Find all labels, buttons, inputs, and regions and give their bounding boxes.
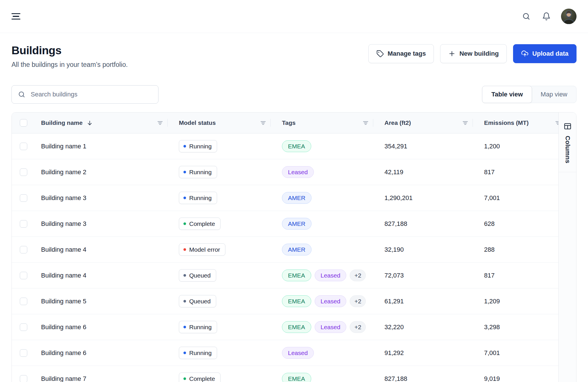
status-badge: Complete [179,373,220,382]
status-label: Running [189,195,212,201]
table-row[interactable]: Building name 2 Running Leased 42,119 81… [12,159,576,185]
table-row[interactable]: Building name 7 Complete EMEA 827,188 9,… [12,366,576,382]
table-row[interactable]: Building name 5 Queued EMEALeased+2 61,2… [12,288,576,314]
sort-desc-icon[interactable] [86,120,93,126]
row-select-cell [12,323,41,331]
header-building-name[interactable]: Building name [41,113,167,133]
building-name-cell: Building name 5 [41,298,167,305]
avatar[interactable] [561,9,577,24]
area-cell: 42,119 [373,168,473,176]
area-cell: 1,290,201 [373,194,473,202]
filter-icon[interactable] [260,120,266,126]
filter-icon[interactable] [157,120,163,126]
row-checkbox[interactable] [20,194,27,202]
tag-pill: AMER [282,218,312,230]
row-select-cell [12,143,41,150]
building-name-cell: Building name 1 [41,143,167,150]
header-model-status[interactable]: Model status [167,113,270,133]
row-select-cell [12,349,41,357]
row-checkbox[interactable] [20,323,27,331]
search-input-icon [18,91,26,98]
header-tags[interactable]: Tags [270,113,373,133]
row-checkbox[interactable] [20,246,27,253]
manage-tags-button[interactable]: Manage tags [368,44,434,63]
area-cell: 827,188 [373,220,473,228]
row-checkbox[interactable] [20,272,27,279]
new-building-button[interactable]: New building [440,44,507,63]
table-row[interactable]: Building name 4 Queued EMEALeased+2 72,0… [12,263,576,288]
columns-panel-label: Columns [564,136,571,163]
row-select-cell [12,220,41,228]
table-row[interactable]: Building name 3 Running AMER 1,290,201 7… [12,185,576,211]
status-label: Complete [189,375,215,382]
header-area[interactable]: Area (ft2) [373,113,473,133]
bell-icon[interactable] [542,12,551,21]
status-cell: Running [167,140,270,152]
tag-pill: Leased [282,166,314,178]
manage-tags-label: Manage tags [388,50,426,57]
area-cell: 72,073 [373,272,473,279]
area-cell: 354,291 [373,143,473,150]
row-checkbox[interactable] [20,298,27,305]
new-building-label: New building [459,50,499,57]
row-checkbox[interactable] [20,375,27,382]
tag-pill: Leased [315,321,347,333]
status-badge: Model error [179,243,225,256]
select-all-checkbox[interactable] [20,119,27,127]
tag-pill: +2 [350,295,366,307]
upload-data-label: Upload data [532,50,568,57]
tag-pill: EMEA [282,140,311,152]
area-cell: 61,291 [373,298,473,305]
status-badge: Running [179,192,217,204]
status-label: Running [189,143,212,150]
status-badge: Queued [179,295,216,307]
column-label: Tags [282,119,295,126]
tag-pill: Leased [282,347,314,359]
row-checkbox[interactable] [20,349,27,357]
menu-icon[interactable] [11,13,20,20]
column-label: Area (ft2) [384,119,411,126]
tab-table-view[interactable]: Table view [482,86,532,103]
view-toggle: Table view Map view [482,86,577,103]
status-badge: Running [179,166,217,178]
status-cell: Complete [167,218,270,230]
table-row[interactable]: Building name 6 Running Leased 91,292 7,… [12,340,576,366]
upload-data-button[interactable]: Upload data [513,44,577,63]
tag-pill: EMEA [282,269,311,281]
search-box [11,85,158,104]
status-dot-icon [183,326,186,328]
tab-map-view[interactable]: Map view [532,86,576,103]
status-cell: Running [167,347,270,359]
tags-cell: AMER [270,192,373,204]
building-name-cell: Building name 3 [41,194,167,202]
building-name-cell: Building name 6 [41,323,167,331]
status-badge: Complete [179,218,220,230]
status-dot-icon [183,300,186,303]
table-row[interactable]: Building name 6 Running EMEALeased+2 32,… [12,314,576,340]
status-label: Complete [189,220,215,227]
status-badge: Running [179,321,217,333]
columns-panel-toggle[interactable]: Columns [559,113,576,172]
status-label: Running [189,324,212,331]
search-icon[interactable] [522,12,531,21]
table-row[interactable]: Building name 4 Model error AMER 32,190 … [12,237,576,263]
tag-pill: EMEA [282,295,311,307]
area-cell: 32,190 [373,246,473,253]
status-label: Running [189,350,212,356]
tag-icon [376,50,384,57]
tag-pill: AMER [282,244,312,255]
search-input[interactable] [11,85,158,104]
row-checkbox[interactable] [20,220,27,228]
table-row[interactable]: Building name 3 Complete AMER 827,188 62… [12,211,576,237]
area-cell: 827,188 [373,375,473,382]
column-label: Building name [41,119,83,126]
row-select-cell [12,168,41,176]
tag-pill: +2 [350,269,366,281]
area-cell: 91,292 [373,349,473,357]
row-checkbox[interactable] [20,143,27,150]
building-name-cell: Building name 6 [41,349,167,357]
filter-icon[interactable] [362,120,369,126]
row-checkbox[interactable] [20,168,27,176]
table-row[interactable]: Building name 1 Running EMEA 354,291 1,2… [12,133,576,159]
filter-icon[interactable] [462,120,469,126]
